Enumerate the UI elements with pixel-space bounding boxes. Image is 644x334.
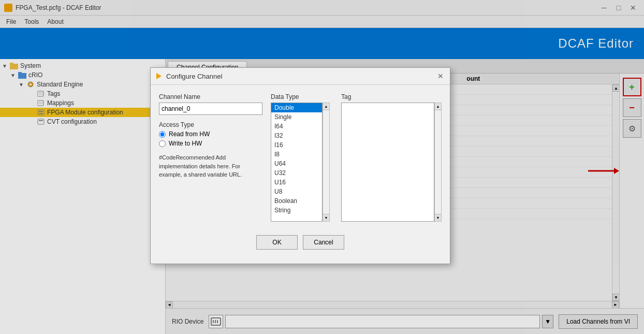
- dt-scroll-down[interactable]: ▼: [323, 214, 329, 221]
- data-type-item-i16[interactable]: I16: [271, 140, 322, 150]
- ok-button[interactable]: OK: [256, 235, 298, 250]
- access-type-section: Access Type Read from HW Write to HW: [159, 121, 262, 147]
- configure-channel-modal: Configure Channel ✕ Channel Name Access …: [150, 67, 450, 264]
- modal-title-bar: Configure Channel ✕: [151, 68, 450, 85]
- tag-label: Tag: [341, 93, 442, 100]
- read-from-hw-radio[interactable]: Read from HW: [159, 130, 262, 138]
- access-type-radio-group: Read from HW Write to HW: [159, 130, 262, 147]
- modal-overlay: Configure Channel ✕ Channel Name Access …: [0, 0, 644, 334]
- channel-name-input[interactable]: [159, 103, 262, 115]
- data-type-item-u8[interactable]: U8: [271, 187, 322, 196]
- modal-left-column: Channel Name Access Type Read from HW Wr…: [159, 93, 262, 222]
- data-type-item-u32[interactable]: U32: [271, 168, 322, 178]
- data-type-item-u64[interactable]: U64: [271, 159, 322, 168]
- dt-scroll-up[interactable]: ▲: [323, 103, 329, 110]
- tag-scroll-down[interactable]: ▼: [435, 214, 441, 221]
- modal-title-text: Configure Channel: [166, 72, 222, 80]
- data-type-list-wrap: Double Single I64 I32 I16 I8 U64 U32 U16…: [271, 103, 333, 222]
- data-type-item-u16[interactable]: U16: [271, 178, 322, 187]
- read-from-hw-label: Read from HW: [169, 130, 210, 138]
- data-type-item-string[interactable]: String: [271, 206, 322, 215]
- read-from-hw-input[interactable]: [159, 131, 166, 138]
- data-type-item-i8[interactable]: I8: [271, 150, 322, 159]
- cancel-button[interactable]: Cancel: [303, 235, 344, 250]
- write-to-hw-label: Write to HW: [169, 140, 202, 147]
- tag-list-wrap: ▲ ▼: [341, 103, 442, 222]
- data-type-scrollbar[interactable]: ▲ ▼: [323, 103, 330, 222]
- tag-scrollbar[interactable]: ▲ ▼: [434, 103, 442, 222]
- data-type-item-i64[interactable]: I64: [271, 122, 322, 131]
- modal-close-button[interactable]: ✕: [435, 71, 446, 81]
- write-to-hw-radio[interactable]: Write to HW: [159, 140, 262, 147]
- tag-scroll-up[interactable]: ▲: [435, 103, 441, 110]
- tag-list[interactable]: [341, 103, 434, 222]
- data-type-column: Data Type Double Single I64 I32 I16 I8 U…: [271, 93, 333, 222]
- tag-column: Tag ▲ ▼: [341, 93, 442, 222]
- data-type-item-double[interactable]: Double: [271, 103, 322, 112]
- modal-body: Channel Name Access Type Read from HW Wr…: [151, 85, 450, 230]
- data-type-list[interactable]: Double Single I64 I32 I16 I8 U64 U32 U16…: [271, 103, 323, 222]
- access-type-label: Access Type: [159, 121, 262, 128]
- help-text: #CodeRecommended Add implementation deta…: [159, 153, 262, 179]
- data-type-item-boolean[interactable]: Boolean: [271, 196, 322, 206]
- write-to-hw-input[interactable]: [159, 140, 166, 147]
- modal-title-left: Configure Channel: [155, 72, 222, 80]
- svg-marker-21: [156, 73, 162, 79]
- channel-name-label: Channel Name: [159, 93, 262, 100]
- modal-play-icon: [155, 72, 163, 80]
- data-type-item-single[interactable]: Single: [271, 112, 322, 122]
- data-type-label: Data Type: [271, 93, 333, 100]
- modal-footer: OK Cancel: [151, 230, 450, 258]
- data-type-item-i32[interactable]: I32: [271, 131, 322, 140]
